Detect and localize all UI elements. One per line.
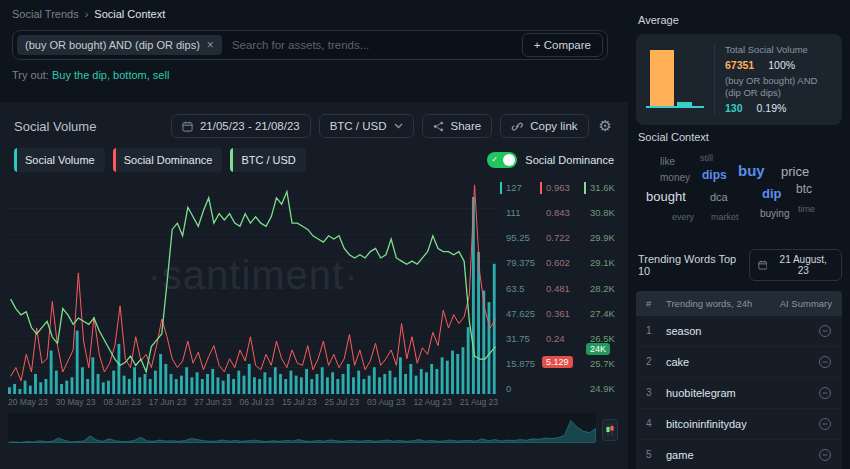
x-axis-label: 03 Aug 23 — [367, 397, 405, 407]
legend-color-bar — [230, 148, 233, 172]
average-heading: Average — [638, 14, 842, 26]
legend-chip-btc-usd[interactable]: BTC / USD — [230, 148, 305, 172]
trending-rank: 2 — [646, 356, 666, 367]
pair-label: BTC / USD — [330, 120, 387, 132]
try-out-links[interactable]: Buy the dip, bottom, sell — [52, 69, 169, 81]
x-axis-label: 15 Jul 23 — [282, 397, 317, 407]
legend-chip-social-volume[interactable]: Social Volume — [14, 148, 105, 172]
trending-rank: 5 — [646, 449, 666, 460]
trending-word[interactable]: huobitelegram — [666, 387, 770, 399]
word-cloud-term[interactable]: like — [660, 157, 675, 167]
query-chip[interactable]: (buy OR bought) AND (dip OR dips) × — [17, 35, 222, 55]
legend-row: Social Volume Social Dominance BTC / USD… — [0, 148, 628, 172]
axis-tick: 29.9K — [590, 232, 622, 243]
ai-summary-button[interactable] — [818, 386, 832, 400]
breadcrumb-parent[interactable]: Social Trends — [12, 8, 79, 20]
word-cloud-term[interactable]: time — [798, 205, 815, 214]
social-volume-panel: Social Volume 21/05/23 - 21/08/23 BTC / … — [0, 102, 628, 469]
word-cloud-term[interactable]: buy — [738, 163, 765, 178]
word-cloud-term[interactable]: dip — [762, 187, 782, 200]
word-cloud-term[interactable]: still — [700, 154, 713, 163]
share-button[interactable]: Share — [422, 114, 493, 138]
word-cloud-term[interactable]: every — [672, 213, 694, 222]
x-axis-labels: 20 May 2330 May 2308 Jun 2317 Jun 2327 J… — [8, 397, 498, 407]
axis-tick: 30.8K — [590, 207, 622, 218]
word-cloud-term[interactable]: market — [711, 213, 739, 222]
trending-word-row[interactable]: 3huobitelegram — [636, 378, 842, 409]
date-range-button[interactable]: 21/05/23 - 21/08/23 — [171, 114, 311, 138]
panel-header: Social Volume 21/05/23 - 21/08/23 BTC / … — [0, 102, 628, 148]
axis-tick: 79.375 — [506, 257, 538, 268]
average-bar-chart — [646, 44, 704, 108]
share-icon — [433, 121, 444, 132]
copy-link-button[interactable]: Copy link — [500, 114, 588, 138]
toggle-knob — [503, 154, 515, 166]
trending-word[interactable]: bitcoininfinityday — [666, 418, 770, 430]
y-axes: 12711195.2579.37563.547.62531.7515.8750 … — [498, 182, 622, 407]
search-input[interactable] — [230, 38, 514, 52]
axis-social-dominance: 5.129 0.9630.8430.7220.6020.4810.3610.24 — [538, 182, 582, 394]
trending-word-row[interactable]: 1season — [636, 316, 842, 347]
word-cloud: likestillmoneydipsbuypriceboughtdcadipbt… — [638, 151, 840, 239]
x-axis-label: 17 Jun 23 — [149, 397, 186, 407]
col-words: Trending words, 24h — [666, 298, 770, 309]
legend-chip-social-dominance[interactable]: Social Dominance — [113, 148, 223, 172]
average-legend: Total Social Volume 67351 100% (buy OR b… — [714, 44, 832, 115]
ai-summary-button[interactable] — [818, 324, 832, 338]
ai-summary-icon[interactable] — [818, 448, 832, 462]
word-cloud-term[interactable]: buying — [760, 209, 789, 219]
copy-link-label: Copy link — [530, 120, 577, 132]
calendar-icon — [182, 121, 193, 132]
search-bar[interactable]: (buy OR bought) AND (dip OR dips) × + Co… — [12, 30, 608, 60]
chart-navigator[interactable] — [8, 413, 620, 443]
word-cloud-term[interactable]: bought — [646, 190, 686, 203]
candlestick-chart-icon[interactable] — [602, 419, 618, 441]
x-axis-label: 06 Jul 23 — [240, 397, 275, 407]
trending-date-button[interactable]: 21 August, 23 — [749, 249, 842, 281]
total-volume-value: 67351 — [725, 59, 754, 72]
x-axis-label: 12 Aug 23 — [413, 397, 451, 407]
trending-word[interactable]: cake — [666, 356, 770, 368]
ai-summary-button[interactable] — [818, 355, 832, 369]
average-panel: Total Social Volume 67351 100% (buy OR b… — [636, 34, 842, 125]
chart-plot-area[interactable]: ·santiment· — [8, 182, 498, 394]
settings-gear-icon[interactable]: ⚙ — [597, 117, 614, 135]
pair-select[interactable]: BTC / USD — [319, 114, 414, 138]
ai-summary-icon[interactable] — [818, 355, 832, 369]
ai-summary-button[interactable] — [818, 448, 832, 462]
x-axis-label: 27 Jun 23 — [194, 397, 231, 407]
chip-close-icon[interactable]: × — [207, 39, 214, 51]
axis-tick: 111 — [506, 207, 538, 218]
compare-button[interactable]: + Compare — [522, 33, 603, 57]
trending-word[interactable]: season — [666, 325, 770, 337]
axis-tick: 0.361 — [546, 308, 582, 319]
col-rank: # — [646, 298, 666, 309]
plot-column: ·santiment· 20 May 2330 May 2308 Jun 231… — [8, 182, 498, 407]
right-sidebar: Average Total Social Volume 67351 100% (… — [628, 0, 850, 469]
trending-rank: 4 — [646, 418, 666, 429]
word-cloud-term[interactable]: btc — [796, 183, 812, 195]
total-volume-values: 67351 100% — [725, 59, 832, 72]
legend-label: BTC / USD — [241, 154, 295, 166]
word-cloud-term[interactable]: money — [660, 173, 690, 183]
dominance-toggle-group: ✓ Social Dominance — [487, 152, 614, 168]
word-cloud-term[interactable]: price — [781, 165, 809, 178]
ai-summary-icon[interactable] — [818, 417, 832, 431]
panel-controls: 21/05/23 - 21/08/23 BTC / USD Share Copy… — [171, 114, 614, 138]
trending-word[interactable]: game — [666, 449, 770, 461]
social-context-heading: Social Context — [638, 131, 842, 143]
social-dominance-toggle[interactable]: ✓ — [487, 152, 517, 168]
axis-tick-spacer — [546, 383, 582, 394]
ai-summary-icon[interactable] — [818, 324, 832, 338]
word-cloud-term[interactable]: dips — [702, 169, 727, 181]
trending-word-row[interactable]: 4bitcoininfinityday — [636, 409, 842, 440]
top-bar: Social Trends › Social Context (buy OR b… — [0, 0, 628, 81]
btc-current-badge: 24K — [586, 343, 610, 355]
trending-word-row[interactable]: 2cake — [636, 347, 842, 378]
word-cloud-term[interactable]: dca — [710, 192, 728, 203]
ai-summary-icon[interactable] — [818, 386, 832, 400]
total-volume-label: Total Social Volume — [725, 44, 832, 56]
navigator-mini-chart[interactable] — [8, 413, 596, 443]
ai-summary-button[interactable] — [818, 417, 832, 431]
trending-word-row[interactable]: 5game — [636, 440, 842, 469]
